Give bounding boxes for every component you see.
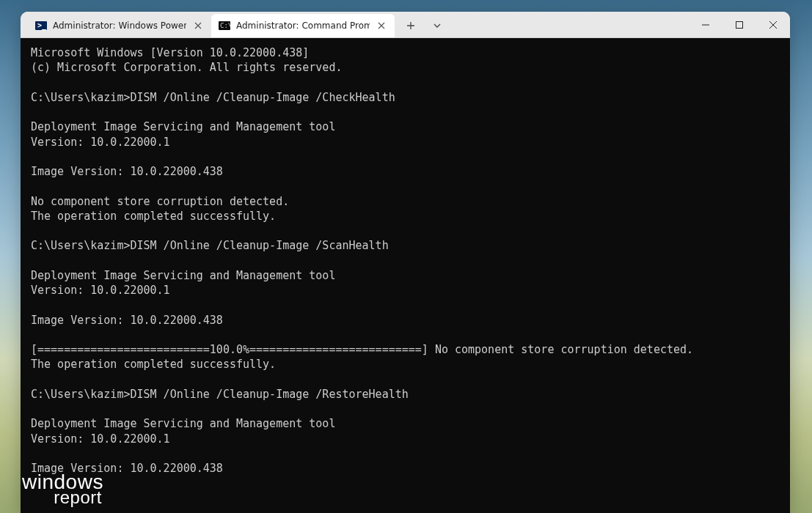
close-button[interactable] xyxy=(756,12,790,37)
tab-close-button[interactable] xyxy=(192,20,204,32)
tab-actions xyxy=(395,14,453,37)
titlebar: >_ Administrator: Windows PowerS C:\ Adm… xyxy=(21,12,790,38)
tab-close-button[interactable] xyxy=(376,20,387,32)
tab-strip: >_ Administrator: Windows PowerS C:\ Adm… xyxy=(21,12,689,37)
new-tab-button[interactable] xyxy=(399,14,423,37)
terminal-window: >_ Administrator: Windows PowerS C:\ Adm… xyxy=(21,12,790,513)
svg-text:>_: >_ xyxy=(37,21,47,30)
svg-text:C:\: C:\ xyxy=(220,22,230,29)
cmd-icon: C:\ xyxy=(219,20,230,32)
tab-cmd[interactable]: C:\ Administrator: Command Promp xyxy=(211,14,395,37)
minimize-button[interactable] xyxy=(689,12,723,37)
svg-rect-4 xyxy=(736,21,743,28)
window-controls xyxy=(689,12,790,37)
powershell-icon: >_ xyxy=(35,20,47,32)
tab-label: Administrator: Command Promp xyxy=(236,21,370,31)
tab-dropdown-button[interactable] xyxy=(425,14,449,37)
tab-label: Administrator: Windows PowerS xyxy=(53,21,186,31)
tab-powershell[interactable]: >_ Administrator: Windows PowerS xyxy=(28,14,211,37)
terminal-output[interactable]: Microsoft Windows [Version 10.0.22000.43… xyxy=(21,38,790,513)
maximize-button[interactable] xyxy=(723,12,756,37)
